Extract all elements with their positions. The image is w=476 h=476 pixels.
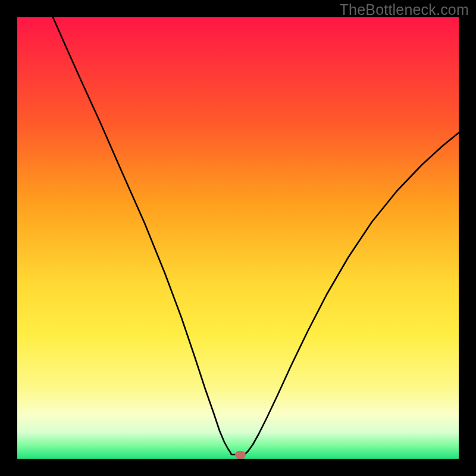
watermark-text: TheBottleneck.com: [340, 1, 469, 18]
frame-border-left: [0, 0, 17, 476]
plot-gradient-background: [17, 17, 459, 459]
frame-border-bottom: [0, 459, 476, 476]
frame-border-right: [459, 0, 476, 476]
optimal-point-marker: [235, 451, 246, 459]
chart-container: TheBottleneck.com: [0, 0, 476, 476]
